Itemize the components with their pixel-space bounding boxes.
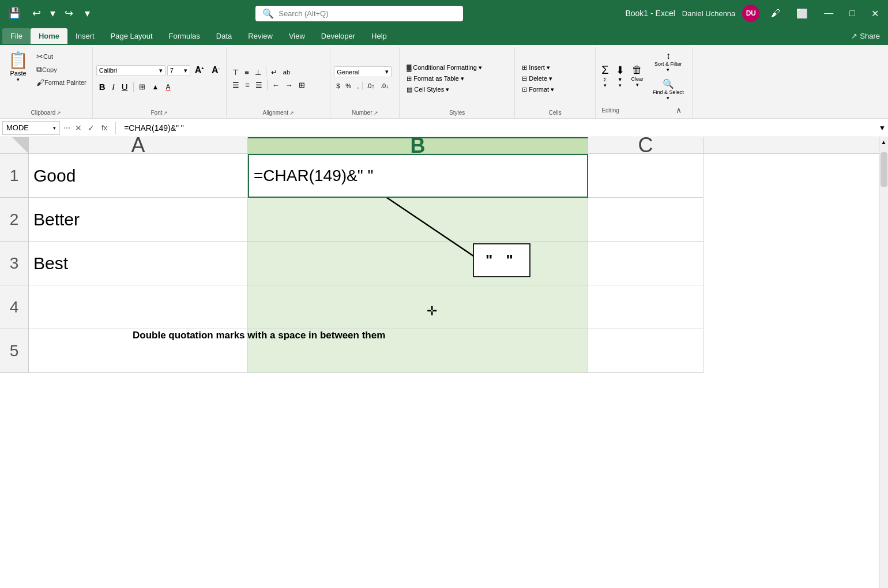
increase-decimal-button[interactable]: .0↑ — [364, 81, 377, 91]
name-box[interactable]: MODE ▾ — [2, 121, 60, 135]
vertical-scrollbar[interactable]: ▲ ▼ — [879, 137, 888, 588]
tab-view[interactable]: View — [281, 28, 313, 44]
cell-c3[interactable] — [588, 242, 703, 285]
cell-b3[interactable] — [248, 242, 588, 285]
number-expand-icon[interactable]: ↗ — [374, 110, 378, 116]
cell-a1[interactable]: Good — [29, 154, 248, 198]
redo-button[interactable]: ↪ — [61, 6, 77, 21]
tab-insert[interactable]: Insert — [67, 28, 103, 44]
tab-file[interactable]: File — [2, 28, 31, 44]
center-align-button[interactable]: ≡ — [243, 80, 252, 91]
font-color-button[interactable]: A — [163, 82, 174, 92]
cell-c5[interactable] — [588, 329, 703, 373]
tab-developer[interactable]: Developer — [313, 28, 363, 44]
fill-button[interactable]: ⬇ ▼ ▾ — [614, 62, 627, 91]
decrease-indent-button[interactable]: ← — [270, 80, 282, 91]
bold-button[interactable]: B — [96, 81, 108, 93]
tab-formulas[interactable]: Formulas — [161, 28, 208, 44]
merge-center-button[interactable]: ⊞ — [296, 80, 307, 91]
avatar[interactable]: DU — [742, 5, 759, 22]
number-format-selector[interactable]: General ▾ — [334, 66, 392, 77]
left-align-button[interactable]: ☰ — [230, 80, 242, 91]
orientation-button[interactable]: ab — [281, 67, 292, 78]
wrap-text-button[interactable]: ↵ — [269, 67, 280, 78]
insert-cells-button[interactable]: ⊞ Insert ▾ — [518, 63, 558, 73]
tab-review[interactable]: Review — [240, 28, 281, 44]
alignment-expand-icon[interactable]: ↗ — [289, 110, 294, 116]
format-as-table-button[interactable]: ⊞ Format as Table ▾ — [403, 74, 486, 84]
cell-a4[interactable] — [29, 285, 248, 329]
row-header-5[interactable]: 5 — [0, 329, 29, 373]
maximize-button[interactable]: □ — [845, 6, 860, 21]
copy-button[interactable]: ⧉ Copy — [34, 63, 89, 76]
tab-help[interactable]: Help — [363, 28, 395, 44]
cut-button[interactable]: ✂ Cut — [34, 51, 89, 62]
tab-page-layout[interactable]: Page Layout — [103, 28, 161, 44]
increase-font-size-button[interactable]: A+ — [192, 64, 207, 77]
tab-data[interactable]: Data — [208, 28, 240, 44]
cell-b2[interactable] — [248, 198, 588, 242]
font-name-selector[interactable]: Calibri ▾ — [96, 65, 165, 76]
col-header-c[interactable]: C — [588, 137, 703, 153]
paintbrush-button[interactable]: 🖌 — [766, 6, 785, 21]
cell-styles-button[interactable]: ▤ Cell Styles ▾ — [403, 85, 486, 95]
decrease-decimal-button[interactable]: .0↓ — [378, 81, 392, 91]
tab-home[interactable]: Home — [31, 28, 67, 44]
percent-button[interactable]: % — [343, 81, 353, 91]
format-cells-button[interactable]: ⊡ Format ▾ — [518, 85, 558, 95]
find-select-button[interactable]: 🔍 Find & Select ▾ — [648, 76, 688, 103]
corner-cell[interactable] — [0, 137, 29, 153]
cell-b4[interactable] — [248, 285, 588, 329]
font-expand-icon[interactable]: ↗ — [163, 110, 168, 116]
cell-a5[interactable] — [29, 329, 248, 373]
conditional-formatting-button[interactable]: ▓ Conditional Formatting ▾ — [403, 63, 486, 73]
close-button[interactable]: ✕ — [867, 6, 883, 21]
search-input[interactable] — [279, 9, 456, 18]
cell-a2[interactable]: Better — [29, 198, 248, 242]
delete-cells-button[interactable]: ⊟ Delete ▾ — [518, 74, 558, 84]
top-align-button[interactable]: ⊤ — [230, 67, 241, 78]
row-header-1[interactable]: 1 — [0, 154, 29, 198]
save-button[interactable]: 💾 — [5, 6, 24, 21]
undo-dropdown[interactable]: ▾ — [47, 6, 59, 21]
scroll-thumb[interactable] — [881, 152, 887, 187]
clear-button[interactable]: 🗑 Clear ▾ — [629, 62, 646, 90]
right-align-button[interactable]: ☰ — [253, 80, 265, 91]
search-box[interactable]: 🔍 — [255, 6, 463, 21]
borders-button[interactable]: ⊞ — [136, 81, 148, 92]
cell-c2[interactable] — [588, 198, 703, 242]
formula-input[interactable] — [121, 122, 874, 134]
formula-cancel-button[interactable]: ✕ — [73, 122, 84, 134]
paste-button[interactable]: 📋 Paste ▾ — [3, 48, 33, 85]
col-header-b[interactable]: B — [248, 137, 588, 153]
cell-b5[interactable] — [248, 329, 588, 373]
cell-c4[interactable] — [588, 285, 703, 329]
sort-filter-button[interactable]: ↕ Sort & Filter ▾ — [648, 48, 688, 75]
bottom-align-button[interactable]: ⊥ — [253, 67, 264, 78]
cell-c1[interactable] — [588, 154, 703, 198]
middle-align-button[interactable]: ≡ — [242, 67, 251, 78]
formula-confirm-button[interactable]: ✓ — [85, 122, 97, 134]
fill-color-button[interactable]: ▲ — [149, 82, 162, 92]
customize-qat-button[interactable]: ▾ — [81, 6, 93, 21]
currency-button[interactable]: $ — [334, 81, 342, 91]
format-painter-button[interactable]: 🖌 Format Painter — [34, 77, 89, 88]
row-header-4[interactable]: 4 — [0, 285, 29, 329]
undo-button[interactable]: ↩ — [29, 6, 44, 21]
formula-expand-button[interactable]: ▼ — [879, 124, 886, 132]
row-header-3[interactable]: 3 — [0, 242, 29, 285]
cell-a3[interactable]: Best — [29, 242, 248, 285]
italic-button[interactable]: I — [110, 81, 118, 93]
clipboard-expand-icon[interactable]: ↗ — [57, 110, 61, 116]
decrease-font-size-button[interactable]: A- — [209, 64, 223, 77]
scroll-down-button[interactable]: ▼ — [879, 586, 889, 588]
share-button[interactable]: ↗ Share — [845, 29, 886, 43]
increase-indent-button[interactable]: → — [283, 80, 295, 91]
row-header-2[interactable]: 2 — [0, 198, 29, 242]
comma-button[interactable]: , — [355, 81, 361, 91]
scroll-up-button[interactable]: ▲ — [879, 137, 889, 146]
autosum-button[interactable]: Σ Σ ▾ — [599, 61, 611, 91]
font-size-selector[interactable]: 7 ▾ — [167, 65, 190, 76]
col-header-a[interactable]: A — [29, 137, 248, 153]
minimize-button[interactable]: — — [819, 6, 838, 21]
